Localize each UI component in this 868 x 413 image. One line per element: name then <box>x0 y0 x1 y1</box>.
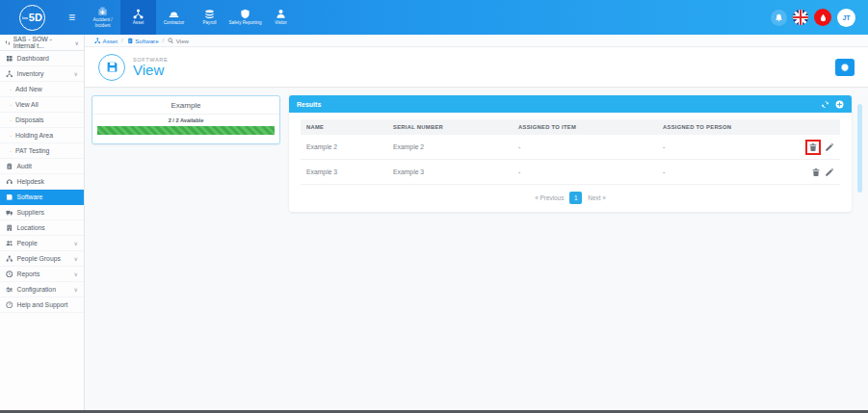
refresh-icon[interactable] <box>821 100 829 109</box>
logo-text: 5D <box>29 12 42 23</box>
nav-label: Accident / Incident <box>85 17 120 28</box>
sidebar-item-reports[interactable]: Reports ∨ <box>0 267 84 282</box>
workspace-selector[interactable]: SAS - SOW - Internal t... ∨ <box>0 35 84 51</box>
pagination-page-1[interactable]: 1 <box>569 192 582 204</box>
annotation-highlight-box <box>805 140 821 155</box>
help-icon <box>6 301 13 309</box>
sidebar-item-dashboard[interactable]: Dashboard <box>0 51 84 66</box>
sidebar-item-configuration[interactable]: Configuration ∨ <box>0 282 84 297</box>
sidebar-item-helpdesk[interactable]: Helpdesk <box>0 174 84 190</box>
availability-label: 2 / 2 Available <box>92 115 279 125</box>
sidebar-item-pat-testing[interactable]: - PAT Testing <box>0 143 84 159</box>
sidebar: SAS - SOW - Internal t... ∨ Dashboard In… <box>0 35 85 413</box>
main-area: Asset / Software / View SOFTWARE <box>85 35 868 413</box>
sidebar-item-view-all[interactable]: - View All <box>0 97 84 113</box>
breadcrumb-asset[interactable]: Asset <box>94 38 118 44</box>
availability-progress-bar <box>97 126 275 135</box>
alarm-drop-icon <box>819 13 828 22</box>
sidebar-item-audit[interactable]: Audit <box>0 159 84 174</box>
inventory-icon <box>6 70 13 78</box>
first-aid-icon <box>97 6 108 16</box>
cell-serial: Example 3 <box>393 168 518 175</box>
bullet: - <box>10 117 12 123</box>
nav-asset[interactable]: Asset <box>120 0 156 35</box>
workspace-label: SAS - SOW - Internal t... <box>13 36 72 49</box>
swap-icon <box>5 39 11 46</box>
bullet: - <box>10 87 12 92</box>
sidebar-item-software[interactable]: Software <box>0 190 84 205</box>
pagination: « Previous 1 Next » <box>301 192 840 204</box>
sidebar-item-disposals[interactable]: - Disposals <box>0 113 84 128</box>
table-row: Example 3 Example 3 - - <box>301 160 840 185</box>
hard-hat-icon <box>169 9 179 19</box>
results-title: Results <box>297 101 321 108</box>
breadcrumb-software[interactable]: Software <box>127 38 159 44</box>
helpdesk-icon <box>6 178 13 186</box>
nav-label: Safety Reporting <box>228 20 261 26</box>
i5d-logo[interactable]: ins5D <box>19 5 45 31</box>
nav-safety-reporting[interactable]: Safety Reporting <box>227 0 263 35</box>
cell-assigned-person: - <box>663 168 788 175</box>
clipboard-icon <box>127 38 134 44</box>
results-panel: Results NAME SERIAL NUMBER ASSIGNED TO I… <box>289 95 852 212</box>
trash-icon[interactable] <box>808 142 818 152</box>
search-icon <box>168 38 174 44</box>
pencil-icon[interactable] <box>825 142 834 152</box>
alarm-button[interactable] <box>814 9 831 26</box>
content-area: Example 2 / 2 Available Results <box>85 88 868 413</box>
breadcrumb: Asset / Software / View <box>85 35 868 47</box>
pagination-previous[interactable]: « Previous <box>535 194 564 201</box>
module-nav: Accident / Incident Asset Contractor Pay… <box>85 0 299 35</box>
column-assigned-to-item: ASSIGNED TO ITEM <box>518 124 663 130</box>
app-window: ins5D ≡ Accident / Incident Asset Contra… <box>0 0 868 413</box>
cell-assigned-item: - <box>518 168 663 175</box>
sidebar-item-holding-area[interactable]: - Holding Area <box>0 128 84 143</box>
pagination-next[interactable]: Next » <box>588 194 605 201</box>
sidebar-item-add-new[interactable]: - Add New <box>0 82 84 97</box>
bullet: - <box>10 102 12 108</box>
nav-accident-incident[interactable]: Accident / Incident <box>85 0 120 35</box>
reports-icon <box>6 271 13 278</box>
software-summary-card[interactable]: Example 2 / 2 Available <box>92 95 280 144</box>
sidebar-item-suppliers[interactable]: Suppliers <box>0 205 84 220</box>
topbar-right: JT <box>771 9 868 27</box>
coins-icon <box>204 9 215 19</box>
cell-assigned-item: - <box>518 143 663 150</box>
results-header: Results <box>289 95 852 113</box>
sidebar-item-people[interactable]: People ∨ <box>0 236 84 251</box>
audit-icon <box>6 163 13 170</box>
sidebar-item-people-groups[interactable]: People Groups ∨ <box>0 251 84 267</box>
user-avatar[interactable]: JT <box>837 9 855 27</box>
asset-network-icon <box>133 9 144 19</box>
page-title: View <box>133 63 168 78</box>
cell-assigned-person: - <box>663 143 788 150</box>
people-icon <box>6 240 13 247</box>
gear-icon <box>840 63 850 72</box>
people-groups-icon <box>6 255 13 263</box>
sidebar-item-help-and-support[interactable]: Help and Support <box>0 297 84 313</box>
card-title: Example <box>92 96 279 115</box>
chevron-down-icon: ∨ <box>74 255 78 262</box>
page-header: SOFTWARE View <box>85 47 868 88</box>
add-icon[interactable] <box>835 100 844 109</box>
notifications-button[interactable] <box>771 10 787 26</box>
sidebar-item-locations[interactable]: Locations <box>0 220 84 236</box>
hamburger-icon[interactable]: ≡ <box>68 12 75 23</box>
nav-label: Asset <box>133 20 145 26</box>
nav-visitor[interactable]: Visitor <box>263 0 299 35</box>
nav-contractor[interactable]: Contractor <box>156 0 192 35</box>
avatar-initials: JT <box>842 14 850 21</box>
cell-name: Example 2 <box>306 143 393 150</box>
sidebar-item-inventory[interactable]: Inventory ∨ <box>0 66 84 82</box>
settings-button[interactable] <box>835 59 855 76</box>
table-row: Example 2 Example 2 - - <box>301 135 840 160</box>
pencil-icon[interactable] <box>825 168 834 177</box>
column-assigned-to-person: ASSIGNED TO PERSON <box>663 124 788 130</box>
uk-flag-icon[interactable] <box>793 10 808 25</box>
scrollbar[interactable] <box>857 104 862 193</box>
nav-payroll[interactable]: Payroll <box>192 0 227 35</box>
chevron-down-icon: ∨ <box>74 240 78 246</box>
cell-name: Example 3 <box>306 168 393 175</box>
chevron-down-icon: ∨ <box>75 39 79 46</box>
trash-icon[interactable] <box>811 168 821 177</box>
